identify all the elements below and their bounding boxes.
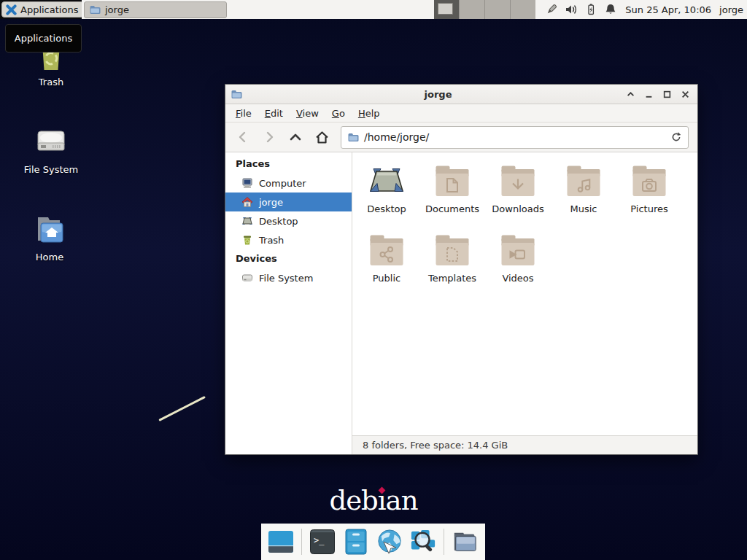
top-panel: Applications jorge (0, 0, 747, 19)
menu-view[interactable]: View (290, 104, 325, 122)
menu-go[interactable]: Go (325, 104, 352, 122)
workspace-4[interactable] (510, 0, 535, 19)
home-button[interactable] (309, 126, 335, 148)
menu-help[interactable]: Help (352, 104, 387, 122)
sidebar-header-places: Places (225, 155, 352, 174)
folder-label: Videos (502, 273, 533, 284)
stray-line-artifact (158, 396, 206, 421)
dock-file-cabinet-button[interactable] (343, 529, 369, 555)
sidebar-item-label: Trash (259, 235, 284, 246)
desktop-icon (241, 215, 253, 227)
workspace-2[interactable] (459, 0, 484, 19)
folder-label: Desktop (367, 203, 406, 214)
sidebar-item-desktop[interactable]: Desktop (225, 211, 352, 230)
reload-icon[interactable] (670, 131, 682, 143)
dock-app-finder-button[interactable] (410, 529, 436, 555)
menu-file[interactable]: File (229, 104, 258, 122)
debian-logo-text: an (386, 485, 418, 516)
dock-separator (444, 529, 444, 555)
path-bar[interactable]: /home/jorge/ (341, 126, 689, 149)
folder-music[interactable]: Music (551, 163, 616, 232)
applications-menu-label: Applications (20, 4, 78, 15)
sidebar-item-file-system[interactable]: File System (225, 268, 352, 287)
path-text[interactable]: /home/jorge/ (364, 131, 670, 143)
system-tray (545, 3, 617, 16)
folder-label: Pictures (630, 203, 667, 214)
desktop-icon-label: Home (36, 252, 63, 262)
panel-clock[interactable]: Sun 25 Apr, 10:06 (625, 4, 711, 15)
menubar: File Edit View Go Help (225, 104, 697, 122)
sidebar-item-trash[interactable]: Trash (225, 230, 352, 249)
panel-username[interactable]: jorge (719, 4, 743, 15)
maximize-button[interactable] (662, 90, 671, 98)
taskbar-window-button[interactable]: jorge (84, 1, 227, 18)
sidebar-item-jorge[interactable]: jorge (225, 192, 352, 211)
folder-documents[interactable]: Documents (419, 163, 485, 232)
folder-pictures[interactable]: Pictures (616, 163, 682, 232)
applications-tooltip: Applications (5, 24, 82, 52)
dock-terminal-button[interactable]: >_ (309, 529, 336, 555)
home-icon (241, 196, 253, 208)
file-manager-window: jorge File Edit View Go Help (225, 84, 698, 455)
sidebar-header-devices: Devices (225, 249, 352, 268)
window-titlebar[interactable]: jorge (225, 85, 697, 104)
folder-label: Downloads (492, 203, 543, 214)
workspace-3[interactable] (484, 0, 510, 19)
workspace-pager[interactable] (434, 0, 535, 19)
volume-tray-icon[interactable] (565, 3, 578, 16)
sidebar-item-label: jorge (259, 197, 283, 208)
folder-downloads-icon (500, 163, 536, 199)
dock-separator (301, 529, 302, 555)
applications-menu-button[interactable]: Applications (1, 1, 84, 18)
panel-main-section: jorge (82, 0, 747, 19)
sidebar-item-computer[interactable]: Computer (225, 174, 352, 192)
back-button[interactable] (230, 126, 256, 148)
minimize-button[interactable] (644, 90, 653, 98)
statusbar: 8 folders, Free space: 14.4 GiB (352, 435, 697, 454)
pen-tray-icon[interactable] (545, 3, 558, 16)
folder-desktop[interactable]: Desktop (354, 163, 419, 232)
folder-icon (347, 131, 359, 143)
hard-drive-icon (241, 272, 253, 284)
folder-templates-icon (434, 232, 471, 268)
desktop-icon (368, 163, 405, 199)
folder-label: Templates (428, 273, 476, 284)
battery-tray-icon[interactable] (584, 3, 597, 16)
folder-label: Music (570, 203, 597, 214)
sidebar-item-label: File System (259, 273, 313, 284)
panel-left-section: Applications (0, 0, 82, 19)
folder-videos[interactable]: Videos (485, 232, 551, 301)
folder-public-icon (368, 232, 405, 268)
hard-drive-icon (34, 124, 69, 159)
up-button[interactable] (282, 126, 309, 148)
computer-icon (241, 177, 253, 189)
desktop-icon-label: Trash (39, 77, 63, 88)
notifications-bell-icon[interactable] (604, 3, 617, 16)
folder-downloads[interactable]: Downloads (485, 163, 551, 232)
folder-view: Desktop Documents (352, 152, 697, 435)
svg-text:>_: >_ (314, 535, 325, 545)
folder-public[interactable]: Public (354, 232, 419, 301)
forward-button[interactable] (256, 126, 282, 148)
desktop-icon-file-system[interactable]: File System (16, 124, 86, 175)
home-folder-icon (32, 211, 67, 246)
trash-icon (241, 234, 253, 246)
window-title: jorge (243, 89, 633, 100)
shade-button[interactable] (626, 90, 635, 98)
dock-desktop-button[interactable] (268, 529, 294, 555)
debian-logo-i: ı (378, 485, 386, 516)
desktop-icon-home[interactable]: Home (15, 211, 85, 262)
folder-videos-icon (500, 232, 536, 268)
dock-web-browser-button[interactable] (376, 529, 403, 555)
dock-file-manager-button[interactable] (452, 529, 478, 555)
debian-logo-text: deb (329, 485, 377, 516)
folder-icon (231, 88, 242, 100)
statusbar-text: 8 folders, Free space: 14.4 GiB (363, 440, 508, 451)
folder-templates[interactable]: Templates (419, 232, 485, 301)
menu-edit[interactable]: Edit (258, 104, 290, 122)
toolbar: /home/jorge/ (225, 122, 697, 152)
debian-logo: debıan (0, 485, 747, 516)
xfce-logo-icon (6, 4, 17, 15)
close-button[interactable] (681, 90, 689, 98)
workspace-1-active[interactable] (434, 0, 459, 19)
